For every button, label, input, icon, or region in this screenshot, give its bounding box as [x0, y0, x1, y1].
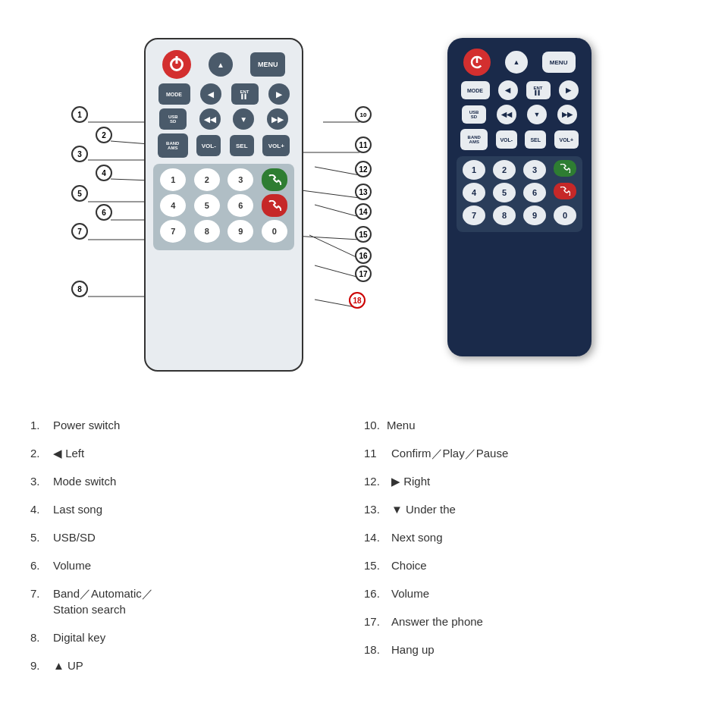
label-11: 11: [355, 136, 372, 153]
hangup-button[interactable]: [262, 194, 287, 217]
photo-down-button[interactable]: ▼: [527, 105, 547, 124]
photo-ent-button[interactable]: ENT▌▌: [526, 81, 551, 99]
btn-1[interactable]: 1: [160, 168, 186, 191]
top-section: 1 2 3 4 5 6 7 8 9 10 11 12 13 14 15 16 1…: [23, 15, 705, 394]
photo-volplus-button[interactable]: VOL+: [554, 130, 579, 149]
legend-text-15: Choice: [391, 557, 427, 573]
usbsd-button[interactable]: USBSD: [159, 108, 187, 130]
svg-line-12: [296, 190, 359, 198]
legend-item-18: 18. Hang up: [364, 642, 698, 657]
label-13: 13: [355, 184, 372, 200]
label-4: 4: [96, 165, 112, 181]
legend-text-4: Last song: [53, 501, 102, 517]
legend-num-5: 5.: [30, 529, 53, 545]
btn-3[interactable]: 3: [228, 168, 253, 191]
btn-6[interactable]: 6: [228, 194, 253, 217]
legend-item-5: 5. USB/SD: [30, 529, 364, 545]
legend-text-17: Answer the phone: [391, 613, 483, 629]
btn-8[interactable]: 8: [194, 220, 220, 243]
photo-btn-3[interactable]: 3: [523, 160, 546, 180]
keypad: 1 2 3 4 5 6: [153, 164, 294, 250]
photo-keypad: 1 2 3 4 5 6 7 8: [457, 156, 582, 232]
label-5: 5: [71, 185, 88, 202]
label-17: 17: [355, 265, 372, 282]
photo-btn-6[interactable]: 6: [523, 183, 546, 202]
photo-usbsd-button[interactable]: USBSD: [462, 105, 486, 124]
legend-num-2: 2.: [30, 445, 53, 461]
svg-line-11: [315, 167, 359, 175]
volplus-button[interactable]: VOL+: [262, 135, 290, 156]
power-button[interactable]: [162, 50, 191, 79]
photo-btn-8[interactable]: 8: [493, 206, 516, 225]
band-button[interactable]: BANDAMS: [158, 133, 188, 158]
photo-sel-button[interactable]: SEL: [525, 130, 546, 149]
left-button[interactable]: ◀: [200, 83, 221, 105]
photo-volminus-button[interactable]: VOL-: [496, 130, 517, 149]
photo-band-button[interactable]: BANDAMS: [460, 129, 488, 150]
photo-btn-2[interactable]: 2: [493, 160, 516, 180]
legend-text-1: Power switch: [53, 417, 120, 433]
legend-item-14: 14. Next song: [364, 529, 698, 545]
up-button[interactable]: ▲: [209, 52, 233, 77]
legend-item-11: 11 Confirm／Play／Pause: [364, 445, 698, 461]
photo-btn-7[interactable]: 7: [463, 206, 485, 225]
photo-btn-1[interactable]: 1: [463, 160, 485, 180]
legend-num-11: 11: [364, 445, 391, 461]
remote-photo: ▲ MENU MODE ◀ ENT▌▌ ▶ USBSD ◀◀ ▼ ▶▶ BAND…: [447, 38, 592, 356]
photo-btn-4[interactable]: 4: [463, 183, 485, 202]
photo-answer-button[interactable]: [554, 160, 576, 177]
label-14: 14: [355, 203, 372, 220]
btn-9[interactable]: 9: [228, 220, 253, 243]
label-10: 10: [355, 106, 372, 123]
photo-btn-9[interactable]: 9: [523, 206, 546, 225]
photo-up-button[interactable]: ▲: [505, 51, 528, 74]
label-16: 16: [355, 247, 372, 264]
svg-line-16: [315, 265, 359, 278]
legend-num-6: 6.: [30, 557, 53, 573]
photo-hangup-button[interactable]: [554, 183, 576, 199]
legend-text-13: ▼ Under the: [391, 501, 456, 517]
prev-button[interactable]: ◀◀: [199, 108, 221, 130]
photo-btn-5[interactable]: 5: [493, 183, 516, 202]
photo-mode-button[interactable]: MODE: [461, 81, 490, 99]
svg-line-15: [309, 235, 359, 259]
mode-button[interactable]: MODE: [158, 83, 190, 105]
btn-2[interactable]: 2: [194, 168, 220, 191]
menu-button[interactable]: MENU: [250, 52, 285, 77]
photo-power-button[interactable]: [463, 49, 491, 76]
next-button[interactable]: ▶▶: [267, 108, 288, 130]
legend-item-16: 16. Volume: [364, 585, 698, 601]
btn-4[interactable]: 4: [160, 194, 186, 217]
legend-num-7: 7.: [30, 585, 53, 601]
power-icon: [170, 58, 184, 71]
photo-prev-button[interactable]: ◀◀: [497, 105, 516, 124]
down-button[interactable]: ▼: [233, 108, 254, 130]
photo-right-button[interactable]: ▶: [559, 80, 579, 100]
photo-btn-0[interactable]: 0: [554, 206, 576, 225]
photo-next-button[interactable]: ▶▶: [557, 105, 577, 124]
label-3: 3: [71, 146, 88, 162]
label-15: 15: [355, 226, 372, 243]
right-button[interactable]: ▶: [268, 83, 290, 105]
legend-num-16: 16.: [364, 585, 391, 601]
legend-item-9: 9. ▲ UP: [30, 657, 364, 673]
legend-item-12: 12. ▶ Right: [364, 473, 698, 489]
sel-button[interactable]: SEL: [230, 135, 254, 156]
photo-menu-button[interactable]: MENU: [542, 52, 576, 73]
btn-7[interactable]: 7: [160, 220, 186, 243]
ent-button[interactable]: ENT▌▌: [231, 83, 259, 105]
legend-text-9: ▲ UP: [53, 657, 83, 673]
legend-text-10: Menu: [387, 417, 416, 433]
volminus-button[interactable]: VOL-: [196, 135, 221, 156]
legend-item-15: 15. Choice: [364, 557, 698, 573]
remote-body: ▲ MENU MODE ◀ ENT▌▌ ▶ USBSD ◀◀ ▼ ▶▶: [144, 38, 303, 372]
btn-0[interactable]: 0: [262, 220, 287, 243]
label-18: 18: [349, 292, 366, 309]
btn-5[interactable]: 5: [194, 194, 220, 217]
legend-num-13: 13.: [364, 501, 391, 517]
photo-left-button[interactable]: ◀: [498, 80, 518, 100]
answer-button[interactable]: [262, 168, 287, 191]
svg-line-13: [315, 205, 359, 217]
legend-item-10: 10. Menu: [364, 417, 698, 433]
legend-num-3: 3.: [30, 473, 53, 489]
